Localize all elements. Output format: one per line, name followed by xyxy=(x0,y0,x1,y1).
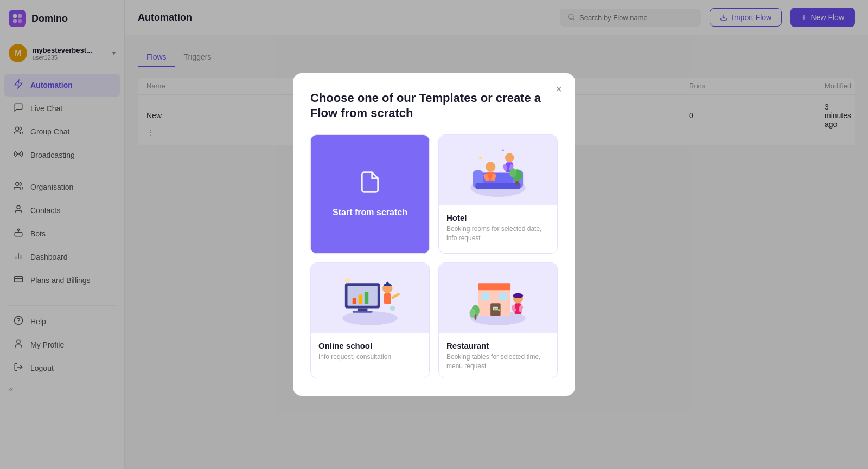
templates-grid: Start from scratch xyxy=(310,134,558,379)
svg-point-58 xyxy=(392,280,398,286)
hotel-info: Hotel Booking rooms for selected date, i… xyxy=(439,205,557,250)
svg-point-43 xyxy=(479,156,482,159)
modal-close-button[interactable]: × xyxy=(551,82,566,97)
svg-text:OPEN: OPEN xyxy=(494,308,500,310)
hotel-name: Hotel xyxy=(446,213,550,222)
svg-point-32 xyxy=(486,162,495,171)
restaurant-info: Restaurant Booking tables for selected t… xyxy=(439,333,557,378)
modal-overlay: × Choose one of our Templates or create … xyxy=(0,0,868,469)
svg-text:!: ! xyxy=(393,282,394,286)
svg-rect-51 xyxy=(359,294,362,304)
svg-rect-50 xyxy=(353,298,356,304)
svg-point-44 xyxy=(502,149,504,151)
template-hotel[interactable]: Hotel Booking rooms for selected date, i… xyxy=(438,134,558,254)
template-scratch[interactable]: Start from scratch xyxy=(310,134,430,254)
svg-rect-31 xyxy=(475,183,520,189)
restaurant-name: Restaurant xyxy=(446,341,550,350)
scratch-file-icon xyxy=(358,170,382,199)
svg-rect-49 xyxy=(353,311,373,313)
restaurant-desc: Booking tables for selected time, menu r… xyxy=(446,352,550,371)
svg-rect-64 xyxy=(478,283,510,290)
modal-title: Choose one of our Templates or create a … xyxy=(310,91,558,121)
svg-rect-52 xyxy=(365,292,368,304)
scratch-label: Start from scratch xyxy=(333,208,407,217)
svg-rect-55 xyxy=(391,292,400,299)
school-illustration: ! xyxy=(311,263,429,333)
svg-point-36 xyxy=(505,153,514,162)
modal: × Choose one of our Templates or create … xyxy=(293,73,575,396)
school-name: Online school xyxy=(318,341,422,350)
svg-point-75 xyxy=(513,293,523,298)
svg-rect-78 xyxy=(475,314,477,319)
template-restaurant[interactable]: OPEN Restaurant xyxy=(438,262,558,379)
svg-point-61 xyxy=(390,306,395,311)
svg-point-45 xyxy=(342,311,398,325)
svg-rect-67 xyxy=(482,293,490,300)
svg-point-60 xyxy=(345,278,350,283)
svg-point-42 xyxy=(509,168,516,177)
hotel-illustration xyxy=(439,135,557,205)
svg-rect-68 xyxy=(499,293,507,300)
hotel-desc: Booking rooms for selected date, info re… xyxy=(446,224,550,243)
svg-marker-57 xyxy=(384,281,392,285)
school-info: Online school Info request, consultation xyxy=(311,333,429,369)
school-desc: Info request, consultation xyxy=(318,352,422,362)
svg-rect-54 xyxy=(384,293,391,304)
restaurant-illustration: OPEN xyxy=(439,263,557,333)
template-online-school[interactable]: ! Online school Info request, consultati… xyxy=(310,262,430,379)
